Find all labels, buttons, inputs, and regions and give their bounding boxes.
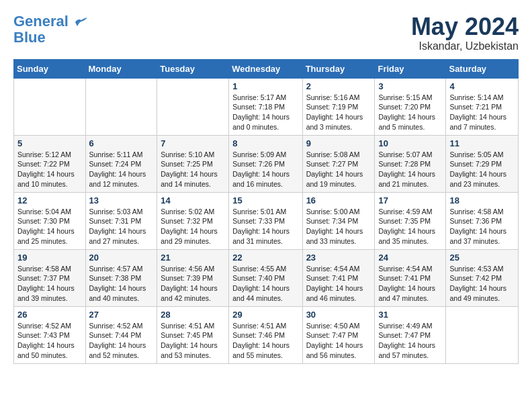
calendar-cell: 7Sunrise: 5:10 AMSunset: 7:25 PMDaylight… <box>157 135 229 192</box>
page-header: General Blue May 2024 Iskandar, Uzbekist… <box>13 13 519 52</box>
calendar-cell: 21Sunrise: 4:56 AMSunset: 7:39 PMDayligh… <box>157 249 229 306</box>
day-number: 8 <box>232 138 298 148</box>
calendar-table: SundayMondayTuesdayWednesdayThursdayFrid… <box>13 59 519 364</box>
calendar-cell: 23Sunrise: 4:54 AMSunset: 7:41 PMDayligh… <box>302 249 375 306</box>
day-info: Sunrise: 5:03 AMSunset: 7:31 PMDaylight:… <box>89 207 154 246</box>
day-info: Sunrise: 5:10 AMSunset: 7:25 PMDaylight:… <box>161 150 225 189</box>
weekday-header-row: SundayMondayTuesdayWednesdayThursdayFrid… <box>14 59 519 78</box>
day-info: Sunrise: 5:17 AMSunset: 7:18 PMDaylight:… <box>232 93 298 132</box>
day-number: 3 <box>378 81 442 91</box>
day-info: Sunrise: 4:49 AMSunset: 7:47 PMDaylight:… <box>378 321 442 361</box>
day-info: Sunrise: 4:53 AMSunset: 7:42 PMDaylight:… <box>449 264 515 304</box>
calendar-week-row: 26Sunrise: 4:52 AMSunset: 7:43 PMDayligh… <box>14 306 519 363</box>
calendar-cell: 2Sunrise: 5:16 AMSunset: 7:19 PMDaylight… <box>302 78 375 135</box>
calendar-cell <box>157 78 229 135</box>
calendar-cell <box>446 306 519 363</box>
calendar-cell: 11Sunrise: 5:05 AMSunset: 7:29 PMDayligh… <box>446 135 519 192</box>
calendar-cell: 10Sunrise: 5:07 AMSunset: 7:28 PMDayligh… <box>375 135 446 192</box>
day-info: Sunrise: 5:07 AMSunset: 7:28 PMDaylight:… <box>378 150 442 189</box>
month-year-title: May 2024 <box>411 13 519 40</box>
day-info: Sunrise: 4:54 AMSunset: 7:41 PMDaylight:… <box>306 264 371 304</box>
title-block: May 2024 Iskandar, Uzbekistan <box>411 13 519 52</box>
logo-bird-icon <box>74 17 89 28</box>
calendar-cell: 18Sunrise: 4:58 AMSunset: 7:36 PMDayligh… <box>446 192 519 249</box>
weekday-header-sunday: Sunday <box>14 59 86 78</box>
calendar-cell: 13Sunrise: 5:03 AMSunset: 7:31 PMDayligh… <box>85 192 157 249</box>
weekday-header-saturday: Saturday <box>446 59 519 78</box>
day-number: 12 <box>17 195 82 205</box>
day-info: Sunrise: 5:11 AMSunset: 7:24 PMDaylight:… <box>89 150 154 189</box>
calendar-cell: 20Sunrise: 4:57 AMSunset: 7:38 PMDayligh… <box>85 249 157 306</box>
day-number: 15 <box>232 195 298 205</box>
weekday-header-friday: Friday <box>375 59 446 78</box>
day-info: Sunrise: 4:55 AMSunset: 7:40 PMDaylight:… <box>232 264 298 304</box>
day-number: 21 <box>161 253 225 263</box>
day-number: 25 <box>449 253 515 263</box>
day-info: Sunrise: 5:08 AMSunset: 7:27 PMDaylight:… <box>306 150 371 189</box>
day-info: Sunrise: 5:02 AMSunset: 7:32 PMDaylight:… <box>161 207 225 246</box>
day-number: 23 <box>306 253 371 263</box>
day-number: 13 <box>89 195 154 205</box>
calendar-cell: 17Sunrise: 4:59 AMSunset: 7:35 PMDayligh… <box>375 192 446 249</box>
calendar-cell: 4Sunrise: 5:14 AMSunset: 7:21 PMDaylight… <box>446 78 519 135</box>
calendar-cell: 14Sunrise: 5:02 AMSunset: 7:32 PMDayligh… <box>157 192 229 249</box>
calendar-cell: 3Sunrise: 5:15 AMSunset: 7:20 PMDaylight… <box>375 78 446 135</box>
day-number: 6 <box>89 138 154 148</box>
day-number: 22 <box>232 253 298 263</box>
calendar-week-row: 1Sunrise: 5:17 AMSunset: 7:18 PMDaylight… <box>14 78 519 135</box>
day-info: Sunrise: 4:59 AMSunset: 7:35 PMDaylight:… <box>378 207 442 246</box>
weekday-header-monday: Monday <box>85 59 157 78</box>
day-info: Sunrise: 4:56 AMSunset: 7:39 PMDaylight:… <box>161 264 225 304</box>
day-number: 24 <box>378 253 442 263</box>
logo: General Blue <box>13 13 89 46</box>
day-number: 4 <box>449 81 515 91</box>
calendar-cell: 22Sunrise: 4:55 AMSunset: 7:40 PMDayligh… <box>229 249 302 306</box>
weekday-header-thursday: Thursday <box>302 59 375 78</box>
day-info: Sunrise: 4:51 AMSunset: 7:45 PMDaylight:… <box>161 321 225 361</box>
day-info: Sunrise: 4:52 AMSunset: 7:43 PMDaylight:… <box>17 321 82 361</box>
calendar-week-row: 5Sunrise: 5:12 AMSunset: 7:22 PMDaylight… <box>14 135 519 192</box>
calendar-cell: 8Sunrise: 5:09 AMSunset: 7:26 PMDaylight… <box>229 135 302 192</box>
day-number: 18 <box>449 195 515 205</box>
day-info: Sunrise: 5:15 AMSunset: 7:20 PMDaylight:… <box>378 93 442 132</box>
calendar-cell: 24Sunrise: 4:54 AMSunset: 7:41 PMDayligh… <box>375 249 446 306</box>
day-number: 27 <box>89 310 154 320</box>
day-number: 11 <box>449 138 515 148</box>
day-number: 29 <box>232 310 298 320</box>
calendar-cell: 1Sunrise: 5:17 AMSunset: 7:18 PMDaylight… <box>229 78 302 135</box>
day-info: Sunrise: 4:50 AMSunset: 7:47 PMDaylight:… <box>306 321 371 361</box>
day-number: 10 <box>378 138 442 148</box>
weekday-header-tuesday: Tuesday <box>157 59 229 78</box>
calendar-cell: 25Sunrise: 4:53 AMSunset: 7:42 PMDayligh… <box>446 249 519 306</box>
day-number: 20 <box>89 253 154 263</box>
weekday-header-wednesday: Wednesday <box>229 59 302 78</box>
calendar-cell: 30Sunrise: 4:50 AMSunset: 7:47 PMDayligh… <box>302 306 375 363</box>
calendar-cell: 19Sunrise: 4:58 AMSunset: 7:37 PMDayligh… <box>14 249 86 306</box>
day-number: 7 <box>161 138 225 148</box>
calendar-cell <box>14 78 86 135</box>
day-info: Sunrise: 5:01 AMSunset: 7:33 PMDaylight:… <box>232 207 298 246</box>
day-info: Sunrise: 5:05 AMSunset: 7:29 PMDaylight:… <box>449 150 515 189</box>
day-info: Sunrise: 5:04 AMSunset: 7:30 PMDaylight:… <box>17 207 82 246</box>
day-number: 28 <box>161 310 225 320</box>
day-number: 1 <box>232 81 298 91</box>
day-info: Sunrise: 4:51 AMSunset: 7:46 PMDaylight:… <box>232 321 298 361</box>
day-info: Sunrise: 4:57 AMSunset: 7:38 PMDaylight:… <box>89 264 154 304</box>
day-number: 5 <box>17 138 82 148</box>
logo-blue: Blue <box>13 30 46 46</box>
day-info: Sunrise: 5:12 AMSunset: 7:22 PMDaylight:… <box>17 150 82 189</box>
day-info: Sunrise: 4:58 AMSunset: 7:37 PMDaylight:… <box>17 264 82 304</box>
day-number: 17 <box>378 195 442 205</box>
calendar-cell: 16Sunrise: 5:00 AMSunset: 7:34 PMDayligh… <box>302 192 375 249</box>
calendar-cell: 26Sunrise: 4:52 AMSunset: 7:43 PMDayligh… <box>14 306 86 363</box>
calendar-cell: 6Sunrise: 5:11 AMSunset: 7:24 PMDaylight… <box>85 135 157 192</box>
calendar-week-row: 12Sunrise: 5:04 AMSunset: 7:30 PMDayligh… <box>14 192 519 249</box>
day-number: 19 <box>17 253 82 263</box>
day-info: Sunrise: 5:00 AMSunset: 7:34 PMDaylight:… <box>306 207 371 246</box>
day-number: 30 <box>306 310 371 320</box>
day-info: Sunrise: 5:14 AMSunset: 7:21 PMDaylight:… <box>449 93 515 132</box>
day-info: Sunrise: 4:52 AMSunset: 7:44 PMDaylight:… <box>89 321 154 361</box>
logo-text: General <box>13 13 89 30</box>
day-number: 9 <box>306 138 371 148</box>
day-number: 26 <box>17 310 82 320</box>
